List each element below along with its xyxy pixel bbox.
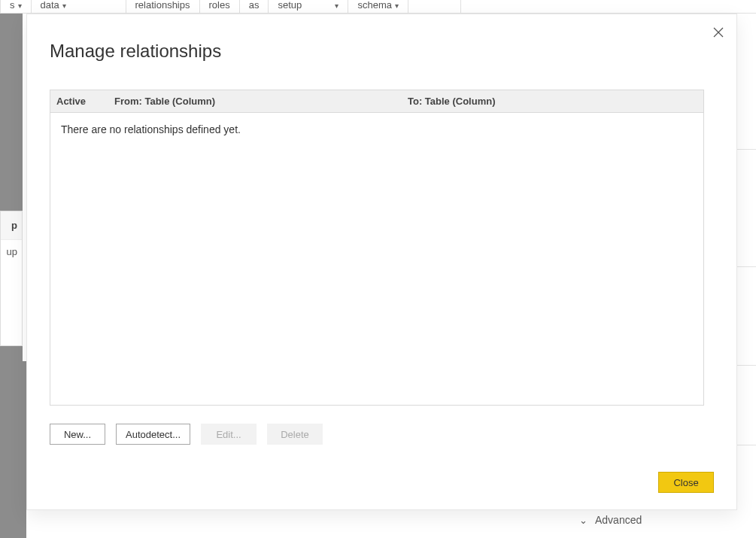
ribbon-item-setup[interactable]: setup ▾: [269, 0, 348, 14]
advanced-label: Advanced: [595, 514, 642, 526]
side-panel-row: up: [1, 240, 22, 263]
ribbon-item-empty: [408, 0, 461, 14]
ribbon-label: roles: [209, 0, 230, 11]
autodetect-button[interactable]: Autodetect...: [116, 424, 190, 445]
ribbon-label: as: [249, 0, 260, 11]
chevron-down-icon: ▾: [18, 1, 22, 11]
ribbon-menu: s ▾ data ▾ relationships roles as setup …: [0, 0, 756, 14]
column-header-active[interactable]: Active: [50, 96, 114, 107]
close-icon[interactable]: [711, 25, 726, 40]
ribbon-item-roles[interactable]: roles: [200, 0, 240, 14]
dialog-title: Manage relationships: [50, 41, 221, 62]
chevron-down-icon: ⌄: [579, 515, 587, 526]
ribbon-label: schema: [357, 0, 392, 11]
table-header: Active From: Table (Column) To: Table (C…: [50, 90, 703, 113]
delete-button: Delete: [267, 424, 323, 445]
manage-relationships-dialog: Manage relationships Active From: Table …: [26, 14, 737, 510]
edit-button: Edit...: [201, 424, 257, 445]
column-header-from[interactable]: From: Table (Column): [114, 96, 408, 107]
ribbon-item-data[interactable]: data ▾: [32, 0, 126, 14]
ribbon-label: setup: [278, 0, 302, 11]
side-panel: p up: [0, 211, 23, 346]
side-panel-header: p: [1, 211, 22, 240]
ribbon-item-schema[interactable]: schema ▾: [348, 0, 408, 14]
table-empty-message: There are no relationships defined yet.: [50, 113, 703, 146]
ribbon-item-relationships[interactable]: relationships: [126, 0, 200, 14]
dialog-footer: Close: [658, 472, 714, 493]
chevron-down-icon: ▾: [62, 1, 66, 11]
ribbon-item-as[interactable]: as: [240, 0, 269, 14]
chevron-down-icon: ▾: [335, 1, 339, 11]
right-pane-slice: [737, 14, 756, 538]
close-button[interactable]: Close: [658, 472, 714, 493]
chevron-down-icon: ▾: [395, 1, 399, 11]
ribbon-item-s[interactable]: s ▾: [0, 0, 32, 14]
advanced-section[interactable]: ⌄ Advanced: [579, 514, 642, 526]
ribbon-label: relationships: [135, 0, 190, 11]
new-button[interactable]: New...: [50, 424, 105, 445]
column-header-to[interactable]: To: Table (Column): [408, 96, 703, 107]
dialog-action-buttons: New... Autodetect... Edit... Delete: [50, 424, 323, 445]
ribbon-label: data: [41, 0, 59, 11]
canvas-background-lower: [0, 361, 26, 538]
ribbon-label: s: [10, 0, 15, 11]
relationships-table: Active From: Table (Column) To: Table (C…: [50, 90, 704, 406]
